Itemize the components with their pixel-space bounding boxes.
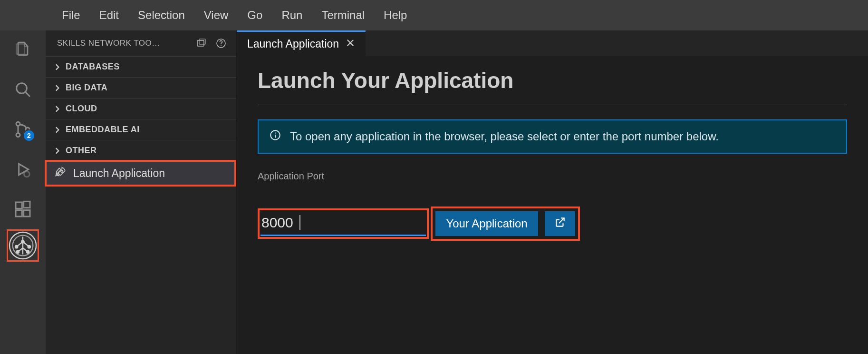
svg-rect-9 <box>16 210 22 216</box>
tree-leaf-label: Launch Application <box>73 167 165 180</box>
application-port-input[interactable] <box>260 215 443 231</box>
sidebar-item-launch-application[interactable]: Launch Application <box>46 161 236 186</box>
section-cloud[interactable]: CLOUD <box>46 98 236 119</box>
svg-point-3 <box>16 122 20 126</box>
section-label: BIG DATA <box>66 83 107 93</box>
close-icon[interactable] <box>346 38 355 50</box>
menu-view[interactable]: View <box>194 9 238 22</box>
section-embeddable-ai[interactable]: EMBEDDABLE AI <box>46 119 236 140</box>
svg-point-14 <box>21 240 24 243</box>
info-banner-text: To open any application in the browser, … <box>290 130 719 143</box>
svg-point-15 <box>15 246 18 248</box>
menu-help[interactable]: Help <box>374 9 416 22</box>
skills-network-icon[interactable] <box>8 230 38 261</box>
svg-point-7 <box>24 171 30 177</box>
svg-rect-20 <box>199 39 205 44</box>
info-icon <box>269 129 281 144</box>
svg-point-16 <box>28 246 30 248</box>
divider <box>258 105 847 105</box>
svg-rect-10 <box>24 210 30 216</box>
svg-rect-8 <box>16 202 22 208</box>
sidebar-header: SKILLS NETWORK TOO… <box>46 30 236 56</box>
chevron-right-icon <box>52 62 62 72</box>
activity-bar: 2 <box>0 30 46 354</box>
sidebar-title: SKILLS NETWORK TOO… <box>57 39 188 48</box>
tab-launch-application[interactable]: Launch Application <box>237 30 366 56</box>
section-databases[interactable]: DATABASES <box>46 56 236 77</box>
chevron-right-icon <box>52 104 62 114</box>
tab-label: Launch Application <box>247 38 339 50</box>
scm-badge: 2 <box>23 129 35 142</box>
editor-group: Launch Application Launch Your Applicati… <box>237 30 868 354</box>
page-title: Launch Your Application <box>258 68 847 93</box>
menu-go[interactable]: Go <box>238 9 272 22</box>
section-other[interactable]: OTHER <box>46 140 236 161</box>
svg-point-1 <box>17 83 27 94</box>
menu-terminal[interactable]: Terminal <box>312 9 374 22</box>
section-label: DATABASES <box>66 62 120 72</box>
menu-file[interactable]: File <box>52 9 90 22</box>
menu-run[interactable]: Run <box>272 9 312 22</box>
section-bigdata[interactable]: BIG DATA <box>46 77 236 98</box>
open-external-button[interactable] <box>545 211 575 236</box>
svg-point-27 <box>275 133 276 134</box>
explorer-icon[interactable] <box>12 39 33 60</box>
svg-rect-11 <box>24 201 30 207</box>
extensions-icon[interactable] <box>12 199 33 220</box>
svg-rect-19 <box>197 40 204 46</box>
your-application-button[interactable]: Your Application <box>435 211 538 236</box>
launch-application-panel: Launch Your Application To open any appl… <box>237 56 868 354</box>
section-label: CLOUD <box>66 104 97 114</box>
rocket-icon <box>54 166 67 181</box>
chevron-right-icon <box>52 125 62 135</box>
new-window-icon[interactable] <box>194 37 208 50</box>
chevron-right-icon <box>52 146 62 156</box>
help-icon[interactable] <box>214 37 228 50</box>
section-label: OTHER <box>66 146 97 156</box>
svg-point-22 <box>221 45 222 46</box>
menu-selection[interactable]: Selection <box>128 9 194 22</box>
section-label: EMBEDDABLE AI <box>66 125 140 135</box>
svg-point-18 <box>27 251 29 253</box>
menu-bar: File Edit Selection View Go Run Terminal… <box>0 0 868 30</box>
sidebar: SKILLS NETWORK TOO… DATABASES BIG DATA C… <box>46 30 237 354</box>
search-icon[interactable] <box>12 79 33 100</box>
chevron-right-icon <box>52 83 62 93</box>
menu-edit[interactable]: Edit <box>90 9 128 22</box>
info-banner: To open any application in the browser, … <box>258 119 847 154</box>
run-debug-icon[interactable] <box>12 159 33 180</box>
external-link-icon <box>554 216 566 231</box>
source-control-icon[interactable]: 2 <box>12 119 33 140</box>
text-caret <box>299 215 300 230</box>
editor-tabs: Launch Application <box>237 30 868 56</box>
application-port-field[interactable] <box>260 211 426 236</box>
svg-point-17 <box>17 251 19 253</box>
port-label: Application Port <box>258 171 847 182</box>
svg-line-2 <box>26 92 30 97</box>
svg-point-4 <box>16 133 20 137</box>
